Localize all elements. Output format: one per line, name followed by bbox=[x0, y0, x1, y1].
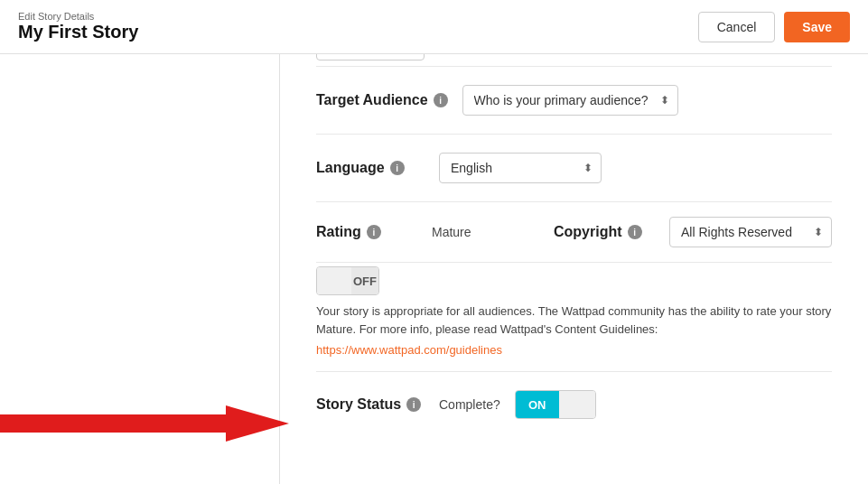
svg-marker-0 bbox=[0, 405, 289, 442]
story-status-info-icon[interactable]: i bbox=[406, 397, 421, 412]
rating-toggle[interactable]: OFF bbox=[316, 266, 379, 295]
main-layout: Target Audience i Who is your primary au… bbox=[0, 54, 868, 484]
rating-description: Your story is appropriate for all audien… bbox=[316, 302, 832, 338]
sidebar bbox=[0, 54, 280, 484]
header-left: Edit Story Details My First Story bbox=[18, 11, 138, 42]
rating-copyright-row: Rating i Mature Copyright i All Rights R… bbox=[316, 202, 832, 263]
copyright-section: Copyright i All Rights Reserved Creative… bbox=[554, 217, 832, 247]
language-label: Language i bbox=[316, 160, 425, 176]
header-buttons: Cancel Save bbox=[698, 12, 850, 42]
story-status-row: Story Status i Complete? ON bbox=[316, 372, 832, 437]
toggle-off-bg bbox=[317, 267, 351, 294]
toggle-on-inactive bbox=[559, 391, 595, 418]
content-area: Target Audience i Who is your primary au… bbox=[280, 54, 868, 484]
target-audience-info-icon[interactable]: i bbox=[434, 93, 448, 107]
target-audience-label: Target Audience i bbox=[316, 92, 448, 108]
target-audience-select-wrapper: Who is your primary audience? bbox=[462, 85, 678, 116]
language-info-icon[interactable]: i bbox=[390, 161, 405, 175]
rating-section: Rating i Mature bbox=[316, 224, 471, 240]
save-button[interactable]: Save bbox=[784, 12, 850, 42]
header: Edit Story Details My First Story Cancel… bbox=[0, 0, 868, 54]
copyright-select[interactable]: All Rights Reserved Creative Commons bbox=[669, 217, 832, 247]
rating-value: Mature bbox=[432, 225, 471, 239]
language-row: Language i English Spanish French bbox=[316, 135, 832, 202]
rating-label: Rating i bbox=[316, 224, 425, 240]
arrow-container bbox=[0, 401, 289, 446]
language-select[interactable]: English Spanish French bbox=[439, 153, 602, 183]
language-select-wrapper: English Spanish French bbox=[439, 153, 602, 183]
toggle-off-label: OFF bbox=[351, 267, 378, 294]
copyright-label: Copyright i bbox=[554, 224, 662, 240]
rating-desc-row: OFF Your story is appropriate for all au… bbox=[316, 266, 832, 372]
rating-guidelines-link[interactable]: https://www.wattpad.com/guidelines bbox=[316, 343, 832, 357]
copyright-info-icon[interactable]: i bbox=[628, 225, 642, 239]
complete-label: Complete? bbox=[439, 397, 500, 412]
story-status-label: Story Status i bbox=[316, 396, 425, 413]
target-audience-select[interactable]: Who is your primary audience? bbox=[462, 85, 678, 116]
arrow-icon bbox=[0, 401, 289, 446]
target-audience-row: Target Audience i Who is your primary au… bbox=[316, 67, 832, 135]
story-title: My First Story bbox=[18, 22, 138, 42]
rating-info-icon[interactable]: i bbox=[367, 225, 381, 239]
rating-toggle-container: OFF bbox=[316, 266, 832, 295]
edit-story-label: Edit Story Details bbox=[18, 11, 138, 22]
copyright-select-wrapper: All Rights Reserved Creative Commons bbox=[669, 217, 832, 247]
cancel-button[interactable]: Cancel bbox=[698, 12, 776, 42]
story-status-toggle[interactable]: ON bbox=[515, 390, 596, 419]
toggle-on-active: ON bbox=[516, 391, 559, 418]
